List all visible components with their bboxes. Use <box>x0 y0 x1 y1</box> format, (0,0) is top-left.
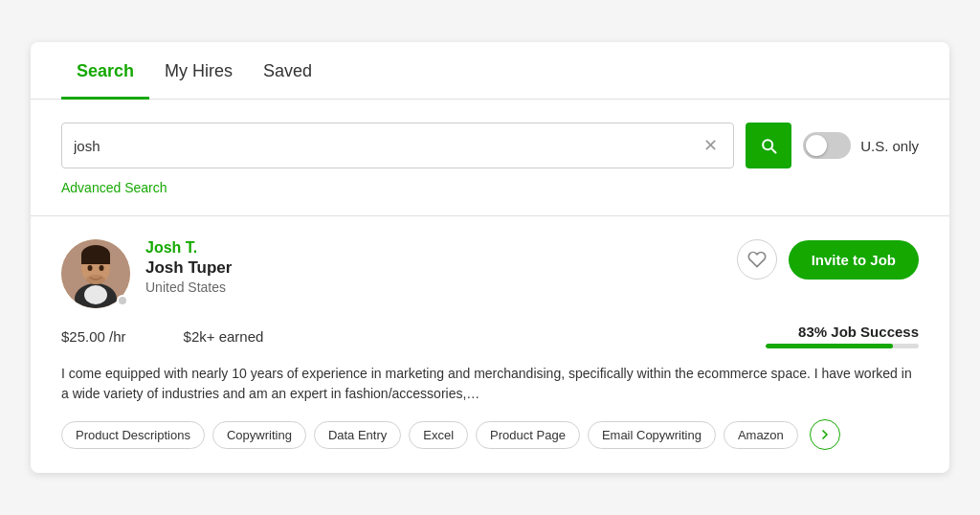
candidate-info: Josh T. Josh Tuper United States <box>145 239 722 295</box>
us-only-toggle-wrap: U.S. only <box>803 132 919 159</box>
stats-row: $25.00 /hr $2k+ earned 83% Job Success <box>61 324 919 348</box>
candidate-actions: Invite to Job <box>737 239 919 280</box>
skill-tag-0[interactable]: Product Descriptions <box>61 421 205 449</box>
tab-saved[interactable]: Saved <box>248 42 327 100</box>
results-section: Josh T. Josh Tuper United States Invite … <box>31 216 949 473</box>
skill-tag-5[interactable]: Email Copywriting <box>588 421 716 449</box>
search-input-wrap: ✕ <box>61 123 734 168</box>
svg-point-2 <box>84 285 107 304</box>
job-success-bar-fill <box>766 344 893 348</box>
candidate-bio: I come equipped with nearly 10 years of … <box>61 364 919 404</box>
candidate-full-name: Josh Tuper <box>145 258 722 278</box>
skills-row: Product Descriptions Copywriting Data En… <box>61 419 919 450</box>
online-status-dot <box>117 295 128 306</box>
tabs-bar: Search My Hires Saved <box>31 42 949 100</box>
skill-tag-1[interactable]: Copywriting <box>212 421 306 449</box>
svg-point-8 <box>86 275 105 284</box>
search-section: ✕ U.S. only Advanced Search <box>31 100 949 216</box>
skill-tag-3[interactable]: Excel <box>409 421 468 449</box>
invite-to-job-button[interactable]: Invite to Job <box>789 240 919 280</box>
skill-tag-4[interactable]: Product Page <box>476 421 580 449</box>
heart-icon <box>747 250 767 269</box>
search-row: ✕ U.S. only <box>61 123 919 168</box>
advanced-search-link[interactable]: Advanced Search <box>61 180 167 195</box>
job-success-bar-bg <box>766 344 919 348</box>
save-candidate-button[interactable] <box>737 239 777 280</box>
skills-next-button[interactable] <box>810 419 840 450</box>
job-success-label: 83% Job Success <box>766 324 919 340</box>
search-input[interactable] <box>74 138 703 154</box>
rate-stat: $25.00 /hr <box>61 328 126 345</box>
us-only-toggle[interactable] <box>803 132 851 159</box>
tab-search[interactable]: Search <box>61 42 149 100</box>
us-only-label: U.S. only <box>860 138 919 154</box>
svg-point-7 <box>100 265 104 271</box>
avatar-wrap <box>61 239 130 308</box>
candidate-row: Josh T. Josh Tuper United States Invite … <box>61 239 919 308</box>
search-button[interactable] <box>746 123 791 168</box>
candidate-display-name[interactable]: Josh T. <box>145 239 722 257</box>
job-success-wrap: 83% Job Success <box>766 324 919 348</box>
search-icon <box>759 136 778 155</box>
svg-point-6 <box>88 265 93 271</box>
svg-rect-5 <box>81 255 110 264</box>
earned-stat: $2k+ earned <box>184 328 264 345</box>
tab-my-hires[interactable]: My Hires <box>149 42 248 100</box>
candidate-location: United States <box>145 280 722 295</box>
main-card: Search My Hires Saved ✕ U.S. only Advanc… <box>31 42 949 473</box>
clear-icon[interactable]: ✕ <box>703 135 718 156</box>
skill-tag-6[interactable]: Amazon <box>724 421 798 449</box>
skill-tag-2[interactable]: Data Entry <box>314 421 401 449</box>
chevron-right-icon <box>817 427 833 442</box>
